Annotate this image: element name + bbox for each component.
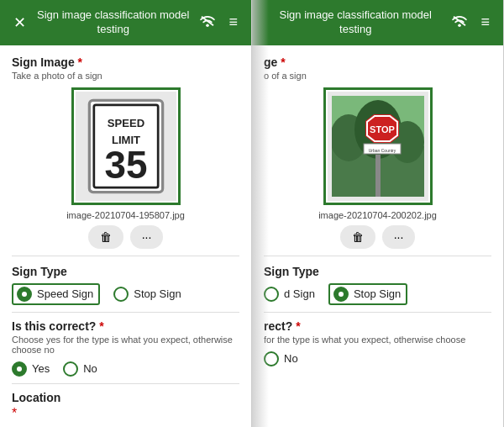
right-menu-icon[interactable]: ≡ <box>477 12 493 33</box>
svg-rect-12 <box>375 155 381 197</box>
divider-1 <box>12 256 239 256</box>
sign-image-container: SPEED LIMIT 35 image-20210704-195807.jpg… <box>12 87 239 249</box>
right-speed-label: d Sign <box>284 287 315 300</box>
sign-image: SPEED LIMIT 35 <box>76 92 176 201</box>
left-panel: ✕ Sign image classification model testin… <box>0 0 252 427</box>
close-icon[interactable]: ✕ <box>10 12 29 34</box>
right-no-label: No <box>284 352 298 365</box>
right-stop-label: Stop Sign <box>354 287 401 300</box>
sign-type-label-left: Sign Type <box>12 265 239 278</box>
right-sign-image-frame[interactable]: STOP Urban Country <box>323 87 433 205</box>
stop-sign-radio-left[interactable] <box>113 287 129 302</box>
sign-image-frame[interactable]: SPEED LIMIT 35 <box>71 87 181 205</box>
delete-button-left[interactable]: 🗑 <box>88 225 123 249</box>
no-radio-left[interactable] <box>63 361 78 377</box>
image-actions-left: 🗑 ··· <box>88 225 164 249</box>
yes-radio-left[interactable] <box>12 361 27 377</box>
right-header-icons: ≡ <box>449 12 493 33</box>
right-required-marker: * <box>281 55 285 69</box>
right-header-title: Sign image classification model testing <box>262 8 449 37</box>
svg-text:35: 35 <box>104 144 147 187</box>
correct-hint-left: Choose yes for the type is what you expe… <box>12 335 239 355</box>
right-stop-sign-option[interactable]: Stop Sign <box>328 283 407 305</box>
location-required-left: * <box>12 406 17 420</box>
right-speed-sign-option[interactable]: d Sign <box>264 287 315 302</box>
yes-label-left: Yes <box>32 362 50 375</box>
right-sign-image-label: ge * <box>264 55 491 69</box>
left-header: ✕ Sign image classification model testin… <box>0 0 251 45</box>
svg-text:STOP: STOP <box>370 124 395 134</box>
clip-gradient <box>252 0 269 427</box>
required-marker: * <box>78 55 82 69</box>
right-divider-1 <box>264 256 491 256</box>
image-filename-left: image-20210704-195807.jpg <box>66 210 185 220</box>
right-more-button[interactable]: ··· <box>382 225 416 249</box>
right-sign-type-group: d Sign Stop Sign <box>264 283 491 305</box>
sign-type-group-left: Speed Sign Stop Sign <box>12 283 239 305</box>
stop-sign-option-left[interactable]: Stop Sign <box>113 287 181 302</box>
correct-required-left: * <box>99 319 103 333</box>
right-image-filename: image-20210704-200202.jpg <box>318 210 437 220</box>
menu-icon[interactable]: ≡ <box>225 12 241 33</box>
right-image-actions: 🗑 ··· <box>340 225 416 249</box>
speed-sign-label: Speed Sign <box>37 287 93 300</box>
header-title: Sign image classification model testing <box>29 8 197 37</box>
right-panel-inner: Sign image classification model testing … <box>252 0 504 427</box>
svg-text:SPEED: SPEED <box>107 117 144 129</box>
right-delete-button[interactable]: 🗑 <box>340 225 375 249</box>
location-label-left: Location <box>12 391 239 404</box>
sign-image-hint: Take a photo of a sign <box>12 71 239 81</box>
divider-3 <box>12 383 239 384</box>
right-sign-image: STOP Urban Country <box>328 92 428 201</box>
right-stop-radio[interactable] <box>333 287 349 302</box>
right-correct-section: rect? * for the type is what you expect,… <box>264 319 491 366</box>
yes-option-left[interactable]: Yes <box>12 361 50 377</box>
right-correct-label: rect? * <box>264 319 491 333</box>
sign-image-label: Sign Image * <box>12 55 239 69</box>
right-wifi-icon[interactable] <box>449 12 470 33</box>
divider-2 <box>12 312 239 313</box>
left-content: Sign Image * Take a photo of a sign SPEE… <box>0 45 251 427</box>
speed-sign-radio[interactable] <box>17 287 32 302</box>
header-right-icons: ≡ <box>197 12 241 33</box>
wifi-icon[interactable] <box>197 12 218 33</box>
right-divider-2 <box>264 312 491 313</box>
correct-radio-group-left: Yes No <box>12 361 239 377</box>
correct-section-left: Is this correct? * Choose yes for the ty… <box>12 319 239 377</box>
more-button-left[interactable]: ··· <box>130 225 164 249</box>
no-label-left: No <box>83 362 97 375</box>
right-sign-image-container: STOP Urban Country image-20210704-200202… <box>264 87 491 249</box>
speed-sign-option[interactable]: Speed Sign <box>12 283 100 305</box>
right-header: Sign image classification model testing … <box>252 0 503 45</box>
right-correct-hint: for the type is what you expect, otherwi… <box>264 335 491 345</box>
svg-text:Urban Country: Urban Country <box>368 148 396 153</box>
right-sign-image-hint: o of a sign <box>264 71 491 81</box>
no-option-left[interactable]: No <box>63 361 97 377</box>
right-correct-radio-group: No <box>264 351 491 366</box>
right-correct-required: * <box>296 319 300 333</box>
correct-label-left: Is this correct? * <box>12 319 239 333</box>
right-panel: Sign image classification model testing … <box>252 0 504 427</box>
right-sign-type-label: Sign Type <box>264 265 491 278</box>
right-content: ge * o of a sign <box>252 45 503 427</box>
stop-sign-label-left: Stop Sign <box>134 287 181 300</box>
right-no-option[interactable]: No <box>264 351 298 366</box>
